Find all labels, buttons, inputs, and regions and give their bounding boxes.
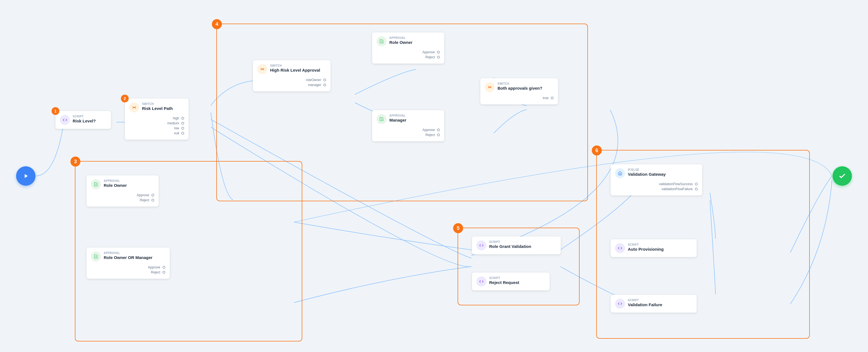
node-type-6auto: SCRIPT (628, 243, 663, 246)
node-risk-level-path[interactable]: 2 SWITCH Risk Level Path high medium low… (125, 98, 189, 140)
output-approve-3b: Approve (148, 265, 160, 269)
output-medium: medium (167, 121, 179, 125)
node-type-6g: IF/ELSE (628, 168, 666, 171)
node-title-3a: Role Owner (104, 183, 127, 188)
output-reject-3b: Reject (151, 270, 160, 274)
output-reject-4a: Reject (425, 55, 435, 59)
node-validation-failure[interactable]: SCRIPT Validation Failure (611, 295, 696, 313)
node-approval-manager-4b[interactable]: APPROVAL Manager Approve Reject (372, 110, 444, 141)
node-title-6auto: Auto Provisioning (628, 247, 663, 252)
output-manager-4s: manager (308, 83, 321, 87)
node-risk-level[interactable]: 1 SCRIPT Risk Level? (56, 111, 111, 129)
node-title-4a: Role Owner (389, 40, 412, 45)
start-button[interactable] (16, 166, 35, 186)
script-icon-5b (476, 276, 487, 287)
workflow-canvas: 1 SCRIPT Risk Level? 2 SWITCH Risk Level… (0, 0, 868, 352)
node-role-grant-validation[interactable]: SCRIPT Role Grant Validation (472, 236, 561, 254)
badge-5: 5 (453, 223, 463, 233)
output-approve-4b: Approve (422, 128, 435, 132)
node-title-3b: Role Owner OR Manager (104, 255, 153, 260)
node-outputs-2: high medium low null (125, 116, 189, 140)
badge-3: 3 (70, 156, 81, 167)
node-type-4end: SWITCH (497, 82, 542, 85)
badge-4: 4 (212, 19, 222, 29)
node-type-5b: SCRIPT (489, 276, 519, 280)
end-button (833, 166, 852, 186)
badge-2: 2 (121, 95, 129, 102)
node-title-6fail: Validation Failure (628, 302, 662, 307)
output-low: low (174, 126, 179, 130)
node-type-2: SWITCH (142, 102, 173, 106)
group-5: 5 SCRIPT Role Grant Validation SCRIPT (458, 228, 580, 305)
badge-1: 1 (52, 107, 59, 115)
output-reject-3a: Reject (140, 198, 149, 202)
badge-6: 6 (592, 145, 602, 155)
node-approval-role-owner-3a[interactable]: APPROVAL Role Owner Approve Reject (87, 175, 159, 207)
node-title-2: Risk Level Path (142, 106, 173, 111)
svg-marker-1 (25, 174, 28, 178)
node-reject-request[interactable]: SCRIPT Reject Request (472, 273, 550, 290)
node-type-4s: SWITCH (270, 64, 320, 67)
output-null: null (174, 131, 179, 135)
output-true-4end: true (543, 96, 549, 100)
node-title-4s: High Risk Level Approval (270, 68, 320, 72)
output-roleowner-4s: roleOwner (306, 78, 321, 82)
approval-icon-3a (91, 179, 101, 189)
node-type-3b: APPROVAL (104, 252, 153, 255)
node-title-4end: Both approvals given? (497, 86, 542, 90)
node-approval-role-owner-4a[interactable]: APPROVAL Role Owner Approve Reject (372, 32, 444, 64)
node-type-4a: APPROVAL (389, 36, 412, 39)
group-6: 6 IF/ELSE Validation Gateway validationF… (596, 150, 810, 339)
node-type-1: SCRIPT (73, 115, 96, 118)
output-approve-3a: Approve (137, 193, 149, 197)
node-type-5a: SCRIPT (489, 240, 531, 243)
approval-icon-4b (377, 114, 386, 124)
switch-icon-2 (129, 102, 139, 112)
node-title-1: Risk Level? (73, 119, 96, 123)
approval-icon-4a (377, 36, 386, 46)
switch-icon-4 (257, 64, 267, 74)
node-title-5b: Reject Request (489, 280, 519, 285)
output-high: high (173, 116, 179, 120)
node-auto-provisioning[interactable]: SCRIPT Auto Provisioning (611, 239, 696, 257)
output-success-6g: validationFlowSuccess (659, 182, 693, 186)
switch-icon-4end (485, 82, 495, 92)
node-type-3a: APPROVAL (104, 179, 127, 182)
output-approve-4a: Approve (422, 50, 435, 54)
node-validation-gateway[interactable]: IF/ELSE Validation Gateway validationFlo… (611, 164, 702, 196)
node-title-4b: Manager (389, 118, 407, 122)
script-icon-5a (476, 240, 487, 251)
node-type-6fail: SCRIPT (628, 299, 662, 302)
script-icon-6fail (615, 299, 625, 309)
node-high-risk-approval-switch[interactable]: SWITCH High Risk Level Approval roleOwne… (253, 60, 331, 91)
approval-icon-3b (91, 252, 101, 262)
script-icon-1 (60, 115, 70, 125)
node-approval-role-owner-or-manager[interactable]: APPROVAL Role Owner OR Manager Approve R… (87, 247, 170, 279)
output-failure-6g: validationFlowFailure (661, 187, 693, 191)
script-icon-6auto (615, 243, 625, 253)
output-reject-4b: Reject (425, 133, 435, 137)
node-title-6g: Validation Gateway (628, 172, 666, 177)
node-type-4b: APPROVAL (389, 114, 407, 117)
node-title-5a: Role Grant Validation (489, 244, 531, 249)
group-4: 4 SWITCH High Risk Level Approval roleOw… (216, 24, 588, 201)
ifelse-icon-6 (615, 168, 625, 178)
node-both-approvals-given[interactable]: SWITCH Both approvals given? true (480, 78, 558, 105)
